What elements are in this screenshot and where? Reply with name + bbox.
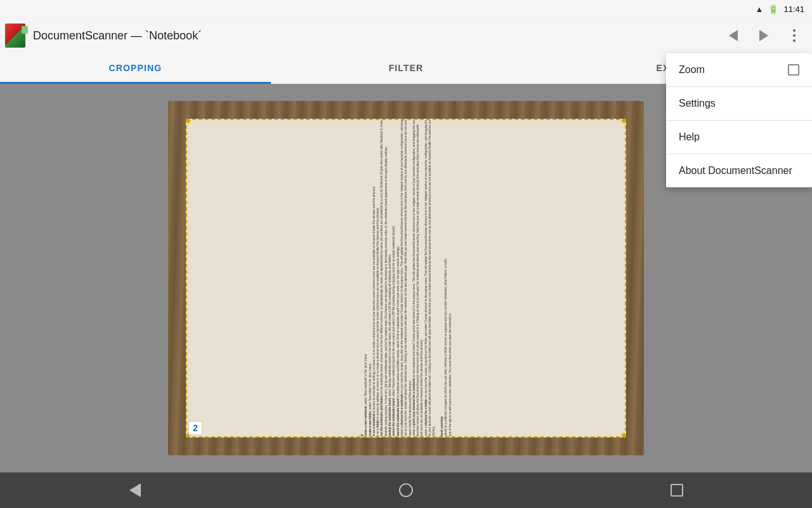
- menu-item-help[interactable]: Help: [666, 121, 812, 154]
- home-icon: [399, 483, 413, 497]
- corner-handle-bottom-right[interactable]: [620, 432, 626, 438]
- menu-item-settings[interactable]: Settings: [666, 87, 812, 120]
- back-nav-button[interactable]: [721, 23, 746, 48]
- recents-button[interactable]: [662, 475, 692, 505]
- status-time: 11:41: [783, 4, 804, 14]
- more-options-button[interactable]: [782, 23, 807, 48]
- corner-handle-top-left[interactable]: [186, 119, 192, 124]
- status-bar: ▲ 🔋 11:41: [0, 0, 812, 18]
- forward-arrow-icon: [759, 30, 768, 41]
- wifi-icon: ▲: [756, 4, 764, 14]
- page-content-text: Usage • To create a new notebook, select…: [355, 119, 457, 438]
- corner-handle-top-right[interactable]: [620, 119, 626, 124]
- app-title: DocumentScanner — `Notebook´: [33, 29, 716, 43]
- forward-nav-button[interactable]: [751, 23, 776, 48]
- nav-bar: [0, 472, 812, 508]
- back-button[interactable]: [120, 475, 150, 505]
- more-dots-icon: [793, 29, 796, 42]
- document-container: Usage • To create a new notebook, select…: [168, 101, 644, 455]
- menu-item-zoom[interactable]: Zoom: [666, 53, 812, 86]
- home-button[interactable]: [391, 475, 421, 505]
- page-number-badge: 2: [188, 421, 202, 435]
- dropdown-menu: Zoom Settings Help About DocumentScanner: [666, 53, 812, 187]
- app-icon: [5, 23, 25, 48]
- zoom-checkbox[interactable]: [788, 64, 799, 76]
- battery-icon: 🔋: [768, 4, 778, 14]
- recents-icon: [671, 484, 683, 497]
- tab-filter[interactable]: FILTER: [271, 53, 542, 84]
- back-icon: [129, 483, 141, 497]
- app-bar: DocumentScanner — `Notebook´: [0, 18, 812, 53]
- menu-item-about[interactable]: About DocumentScanner: [666, 154, 812, 187]
- document-page[interactable]: Usage • To create a new notebook, select…: [186, 119, 626, 438]
- back-arrow-icon: [729, 30, 738, 41]
- tab-cropping[interactable]: CROPPING: [0, 53, 271, 84]
